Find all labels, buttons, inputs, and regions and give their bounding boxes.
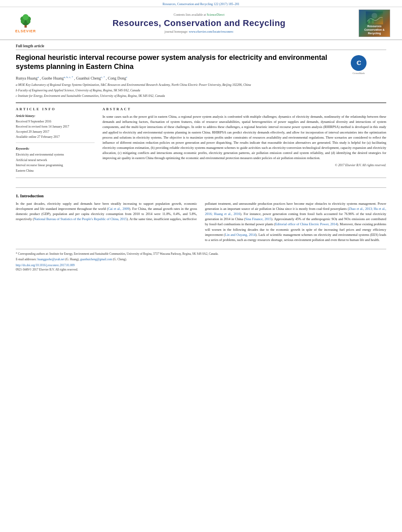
- abstract-col: ABSTRACT In some cases such as the power…: [102, 107, 386, 174]
- article-info-header: ARTICLE INFO: [16, 107, 95, 111]
- article-type: Full length article: [16, 44, 386, 50]
- keywords-label: Keywords:: [16, 147, 95, 150]
- elsevier-logo: ELSEVIER: [12, 9, 39, 37]
- copyright-line: © 2017 Elsevier B.V. All rights reserved…: [102, 163, 386, 167]
- article-content: Full length article Regional heuristic i…: [0, 40, 402, 182]
- top-journal-link[interactable]: Resources, Conservation and Recycling 12…: [163, 2, 240, 6]
- svg-point-6: [27, 20, 31, 24]
- svg-rect-9: [368, 20, 370, 24]
- authors-line: Runya Huanga , Guohe Huanga, b, c, * , G…: [16, 76, 386, 80]
- article-info-col: ARTICLE INFO Article history: Received 9…: [16, 107, 95, 174]
- affil-a: a MOE Key Laboratory of Regional Energy …: [16, 83, 386, 87]
- intro-col-right: pollutant treatment, and unreasonable pr…: [205, 201, 386, 243]
- footer-divider: [16, 249, 386, 249]
- section-title: 1. Introduction: [16, 193, 386, 198]
- issn-text: 0921-3449/© 2017 Elsevier B.V. All right…: [16, 268, 386, 271]
- homepage-url[interactable]: www.elsevier.com/locate/resconrec: [189, 30, 233, 33]
- abstract-header: ABSTRACT: [102, 107, 386, 111]
- contents-line: Contents lists available at ScienceDirec…: [39, 13, 359, 17]
- article-history-section: Article history: Received 9 September 20…: [16, 114, 95, 143]
- svg-point-5: [21, 20, 25, 24]
- article-title: Regional heuristic interval recourse pow…: [16, 53, 347, 72]
- journal-cover-image: ResourcesConservation &Recycling: [359, 9, 390, 37]
- doi-link[interactable]: http://dx.doi.org/10.1016/j.resconrec.20…: [16, 263, 386, 267]
- journal-homepage: journal homepage: www.elsevier.com/locat…: [39, 30, 359, 33]
- elsevier-text: ELSEVIER: [15, 29, 36, 33]
- article-info-abstract: ARTICLE INFO Article history: Received 9…: [16, 102, 386, 178]
- footnote-email: E-mail addresses: huangguohe@yeah.net (G…: [16, 257, 386, 261]
- footnote-star: * Corresponding authors at: Institute fo…: [16, 252, 386, 256]
- journal-header-center: Contents lists available at ScienceDirec…: [39, 13, 359, 33]
- section-divider: [16, 187, 386, 188]
- introduction-section: 1. Introduction In the past decades, ele…: [0, 193, 402, 243]
- svg-point-4: [22, 14, 28, 20]
- affil-b: b Faculty of Engineering and Applied Sci…: [16, 88, 386, 93]
- email2-link[interactable]: guanhuicheng@gmail.com: [80, 258, 112, 261]
- crossmark: ℂ CrossMark: [351, 55, 367, 75]
- journal-top-bar: Resources, Conservation and Recycling 12…: [0, 0, 402, 7]
- svg-text:ℂ: ℂ: [356, 60, 361, 66]
- intro-col-left: In the past decades, electricity supply …: [16, 201, 197, 243]
- article-footer: * Corresponding authors at: Institute fo…: [0, 247, 402, 275]
- abstract-text: In some cases such as the power grid in …: [102, 114, 386, 161]
- journal-header: ELSEVIER Contents lists available at Sci…: [0, 7, 402, 40]
- affiliations: a MOE Key Laboratory of Regional Energy …: [16, 83, 386, 98]
- received-date: Received 9 September 2016 Received in re…: [16, 119, 95, 139]
- keywords-list: Electricity and environmental systems Ar…: [16, 152, 95, 173]
- cover-image-svg: [363, 11, 386, 24]
- svg-point-8: [372, 13, 378, 19]
- affil-c: c Institute for Energy, Environment and …: [16, 94, 386, 98]
- crossmark-label: CrossMark: [351, 72, 367, 75]
- keywords-section: Keywords: Electricity and environmental …: [16, 147, 95, 173]
- svg-rect-10: [372, 19, 374, 23]
- email1-link[interactable]: huangguohe@yeah.net: [37, 258, 65, 261]
- sciencedirect-link[interactable]: ScienceDirect: [207, 13, 225, 17]
- elsevier-tree-icon: [18, 13, 33, 28]
- history-label: Article history:: [16, 114, 95, 118]
- page-container: Resources, Conservation and Recycling 12…: [0, 0, 402, 532]
- journal-img-text: ResourcesConservation &Recycling: [364, 24, 385, 35]
- crossmark-badge: ℂ: [351, 55, 367, 71]
- intro-two-col: In the past decades, electricity supply …: [16, 201, 386, 243]
- journal-title: Resources, Conservation and Recycling: [39, 18, 359, 28]
